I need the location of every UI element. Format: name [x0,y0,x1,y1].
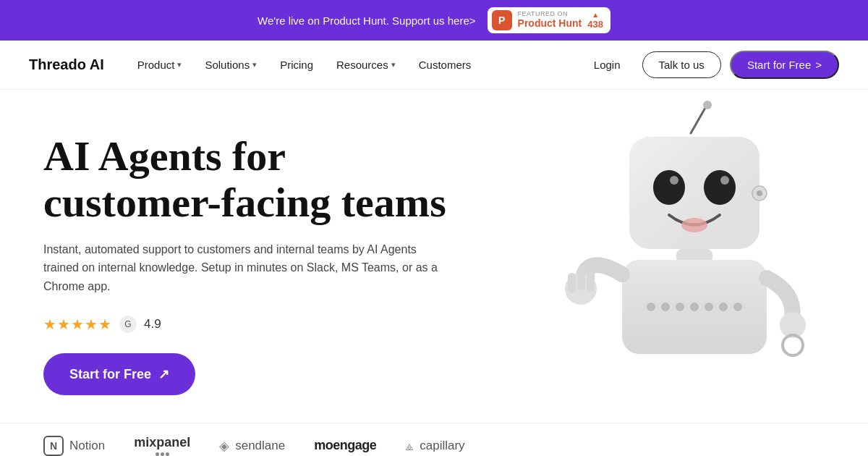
ph-logo-icon: P [492,10,512,30]
svg-point-19 [719,303,728,311]
hero-subtitle: Instant, automated support to customers … [43,240,448,296]
nav-resources[interactable]: Resources ▾ [326,53,406,77]
login-button[interactable]: Login [581,53,634,77]
site-logo[interactable]: Threado AI [29,56,104,73]
ph-arrow-icon: ▲ [592,11,599,19]
nav-product[interactable]: Product ▾ [127,53,192,77]
notion-label: Notion [69,439,105,453]
star-icons: ★★★★★ [43,316,112,333]
nav-right-actions: Login Talk to us Start for Free > [581,51,839,79]
svg-point-16 [676,303,684,311]
arrow-icon: > [815,59,822,71]
hero-robot-illustration [506,90,868,401]
svg-point-14 [647,303,655,311]
moengage-logo: moengage [314,438,376,453]
notion-logo: N Notion [43,436,105,456]
logos-bar: N Notion mixpanel ◈ sendlane moengage ⟁ … [0,423,868,456]
svg-point-6 [670,176,678,185]
start-free-nav-button[interactable]: Start for Free > [730,51,839,79]
capillary-logo: ⟁ capillary [405,437,464,454]
arrow-icon: ↗ [158,366,169,382]
svg-point-7 [720,176,729,185]
svg-rect-23 [577,267,585,290]
mixpanel-icon: mixpanel [134,435,190,456]
ph-text-group: FEATURED ON Product Hunt [518,11,582,29]
svg-line-0 [691,108,705,133]
svg-point-20 [733,303,742,311]
svg-point-8 [681,218,707,232]
nav-customers[interactable]: Customers [409,53,482,77]
moengage-label: moengage [314,438,376,453]
chevron-down-icon: ▾ [391,60,396,69]
robot-svg [564,93,810,397]
sendlane-logo: ◈ sendlane [219,438,285,454]
talk-to-us-button[interactable]: Talk to us [642,51,721,78]
svg-point-26 [783,335,803,355]
svg-point-5 [704,170,736,205]
start-free-hero-button[interactable]: Start for Free ↗ [43,353,195,395]
rating-row: ★★★★★ G 4.9 [43,316,506,333]
svg-point-17 [690,303,699,311]
svg-point-1 [703,101,712,109]
svg-rect-24 [587,270,595,292]
chevron-down-icon: ▾ [177,60,182,69]
svg-point-18 [705,303,713,311]
rating-source-icon: G [119,316,137,333]
capillary-label: capillary [420,439,464,453]
nav-links: Product ▾ Solutions ▾ Pricing Resources … [127,53,575,77]
banner-text: We're live on Product Hunt. Support us h… [258,14,476,27]
ph-count: ▲ 438 [587,11,603,30]
chevron-down-icon: ▾ [252,60,257,69]
hero-left: AI Agents for customer-facing teams Inst… [43,119,506,395]
rating-number: 4.9 [144,317,161,332]
sendlane-diamond-icon: ◈ [219,438,229,454]
nav-solutions[interactable]: Solutions ▾ [195,53,267,77]
ph-name-label: Product Hunt [518,18,582,29]
ph-number: 438 [587,19,603,30]
hero-section: AI Agents for customer-facing teams Inst… [0,90,868,423]
navbar: Threado AI Product ▾ Solutions ▾ Pricing… [0,41,868,90]
svg-point-10 [757,190,762,196]
product-hunt-badge[interactable]: P FEATURED ON Product Hunt ▲ 438 [488,7,610,33]
svg-rect-22 [568,273,576,293]
nav-pricing[interactable]: Pricing [270,53,323,77]
notion-icon: N [43,436,64,456]
hero-title: AI Agents for customer-facing teams [43,133,506,226]
svg-point-4 [653,170,685,205]
mixpanel-logo: mixpanel [134,435,190,456]
svg-point-15 [661,303,670,311]
capillary-icon: ⟁ [405,437,414,454]
top-banner: We're live on Product Hunt. Support us h… [0,0,868,41]
sendlane-label: sendlane [235,439,285,453]
